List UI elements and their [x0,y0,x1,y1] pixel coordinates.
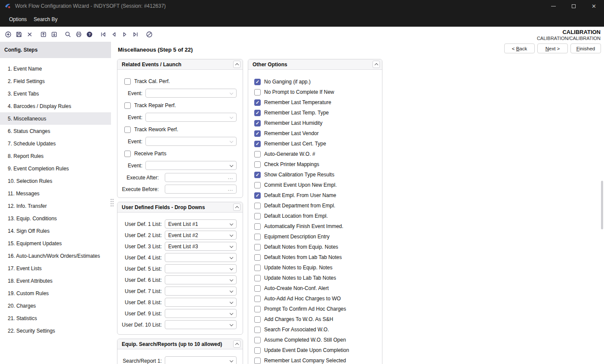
option-row[interactable]: Remember Last Company Selected [254,355,382,364]
sidebar-item[interactable]: 13. Equip. Conditions [0,212,111,225]
sidebar-item[interactable]: 16. Auto-Launch/Work Orders/Estimates [0,250,111,262]
user-def-dropdown[interactable] [165,309,237,318]
next-record-button[interactable] [119,29,130,40]
menu-options[interactable]: Options [6,15,30,24]
user-def-dropdown[interactable] [165,287,237,296]
event-dropdown[interactable] [145,161,237,170]
cancel-button[interactable] [144,29,154,40]
track-option-row[interactable]: Receive Parts [117,149,243,158]
option-row[interactable]: Assume Completed W.O. Still Open [254,335,382,345]
sidebar-item[interactable]: 18. Event Attributes [0,275,111,287]
sidebar-item[interactable]: 21. Statistics [0,312,111,324]
sidebar-item[interactable]: 12. Info. Transfer [0,200,111,212]
checkbox[interactable] [124,126,131,133]
event-dropdown[interactable] [145,113,237,122]
user-def-dropdown[interactable] [165,253,237,262]
user-def-dropdown[interactable]: Event List #1 [165,219,237,228]
sidebar-item[interactable]: 3. Event Tabs [0,87,111,100]
execute-after-field[interactable]: ... [165,173,237,182]
option-row[interactable]: Auto-Create Non-Conf. Alert [254,283,382,293]
collapse-button[interactable] [233,61,240,68]
sidebar-item[interactable]: 20. Charges [0,299,111,312]
option-row[interactable]: Equipment Description Entry [254,231,382,242]
option-row[interactable]: Update Notes to Equip. Notes [254,262,382,273]
checkbox[interactable]: ✓ [254,110,261,116]
sidebar-item[interactable]: 8. Report Rules [0,150,111,162]
sidebar-item[interactable]: 22. Security Settings [0,324,111,337]
checkbox[interactable] [254,213,261,219]
sidebar-item[interactable]: 6. Status Changes [0,125,111,137]
save-button[interactable] [13,29,24,40]
option-row[interactable]: ✓Show Calibration Type Results [254,170,382,180]
sidebar-item[interactable]: 17. Event Lists [0,262,111,275]
option-row[interactable]: ✓Default Empl. From User Name [254,190,382,201]
checkbox[interactable] [254,347,261,354]
help-button[interactable]: ? [84,29,95,40]
ellipsis-icon[interactable]: ... [228,188,233,191]
checkbox[interactable] [124,78,131,85]
user-def-dropdown[interactable] [165,320,237,329]
option-row[interactable]: Default Notes from Equip. Notes [254,242,382,252]
export-button[interactable] [38,29,49,40]
option-row[interactable]: Default Department from Empl. [254,201,382,211]
option-row[interactable]: Check Printer Mappings [254,159,382,170]
user-def-dropdown[interactable] [165,298,237,307]
sidebar-item[interactable]: 2. Field Settings [0,75,111,87]
collapse-button[interactable] [233,340,240,348]
checkbox[interactable] [254,358,261,364]
checkbox[interactable] [254,89,261,96]
checkbox[interactable] [254,244,261,250]
collapse-button[interactable] [233,204,240,211]
checkbox[interactable] [254,275,261,281]
menu-search-by[interactable]: Search By [30,15,61,24]
user-def-dropdown[interactable]: Event List #2 [165,231,237,240]
close-button[interactable]: ✕ [584,0,604,12]
option-row[interactable]: No Prompt to Complete If New [254,87,382,97]
search-report-dropdown[interactable] [165,356,237,364]
option-row[interactable]: Commit Event Upon New Empl. [254,180,382,190]
checkbox[interactable] [124,102,131,109]
option-row[interactable]: Automatically Finish Event Immed. [254,221,382,231]
checkbox[interactable]: ✓ [254,79,261,85]
checkbox[interactable]: ✓ [254,172,261,178]
delete-button[interactable] [24,29,35,40]
checkbox[interactable]: ✓ [254,130,261,137]
track-option-row[interactable]: Track Repair Perf. [117,101,243,110]
checkbox[interactable]: ✓ [254,141,261,147]
option-row[interactable]: ✓Remember Last Vendor [254,128,382,139]
checkbox[interactable] [254,223,261,230]
last-record-button[interactable] [130,29,141,40]
checkbox[interactable] [254,182,261,188]
search-button[interactable] [62,29,73,40]
collapse-button[interactable] [373,61,380,68]
option-row[interactable]: Default Notes from Lab Tab Notes [254,252,382,262]
sidebar-item[interactable]: 7. Schedule Updates [0,137,111,150]
import-button[interactable] [49,29,59,40]
minimize-button[interactable] [543,0,564,12]
checkbox[interactable] [254,234,261,240]
option-row[interactable]: ✓Remember Last Humidity [254,118,382,128]
first-record-button[interactable] [98,29,108,40]
checkbox[interactable]: ✓ [254,99,261,106]
option-row[interactable]: Update Event Date Upon Completion [254,345,382,355]
sidebar-item[interactable]: 19. Custom Rules [0,287,111,299]
sidebar-item[interactable]: 15. Equipment Updates [0,237,111,250]
checkbox[interactable] [254,151,261,157]
checkbox[interactable] [254,296,261,302]
track-option-row[interactable]: Track Rework Perf. [117,125,243,134]
checkbox[interactable] [254,327,261,333]
add-button[interactable] [3,29,13,40]
checkbox[interactable] [254,203,261,209]
option-row[interactable]: Auto-Add Ad Hoc Charges to WO [254,293,382,304]
scrollbar-thumb[interactable] [601,181,603,229]
ellipsis-icon[interactable]: ... [228,176,233,179]
user-def-dropdown[interactable] [165,264,237,273]
checkbox[interactable] [254,161,261,168]
checkbox[interactable] [254,254,261,261]
checkbox[interactable] [254,316,261,323]
checkbox[interactable] [254,337,261,343]
checkbox[interactable] [254,265,261,271]
maximize-button[interactable] [564,0,584,12]
sidebar-item[interactable]: 1. Event Name [0,62,111,75]
option-row[interactable]: ✓Remember Last Temperature [254,97,382,108]
